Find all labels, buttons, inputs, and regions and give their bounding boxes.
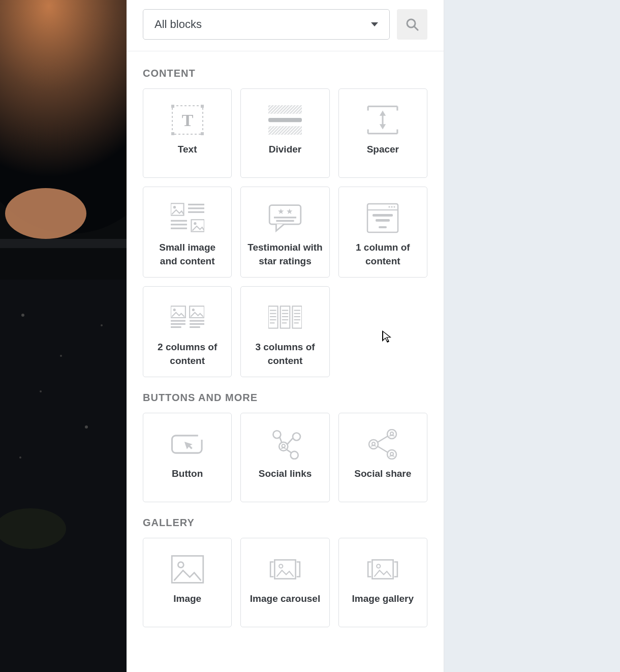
social-share-icon xyxy=(366,424,399,464)
block-card-label: Image xyxy=(173,592,201,606)
block-card-label: Divider xyxy=(269,143,301,157)
panel-toolbar: All blocks xyxy=(127,0,444,51)
block-card-testimonial[interactable]: Testimonial with star ratings xyxy=(240,187,329,278)
block-card-label: Spacer xyxy=(367,143,399,157)
svg-point-96 xyxy=(101,324,103,326)
svg-point-99 xyxy=(19,456,21,459)
block-card-label: Social links xyxy=(259,467,312,481)
svg-rect-93 xyxy=(0,280,127,672)
svg-point-97 xyxy=(40,390,42,392)
section-header: CONTENT xyxy=(143,68,427,79)
col3-icon xyxy=(268,298,302,338)
col2-icon xyxy=(171,298,204,338)
block-card-button[interactable]: Button xyxy=(143,413,232,502)
block-grid: ImageImage carouselImage gallery xyxy=(143,538,427,627)
block-card-small-image-content[interactable]: Small image and content xyxy=(143,187,232,278)
canvas-background-image xyxy=(0,0,127,672)
block-card-col2[interactable]: 2 columns of content xyxy=(143,286,232,377)
search-button[interactable] xyxy=(397,9,427,40)
block-card-label: 3 columns of content xyxy=(247,341,323,368)
block-card-label: 1 column of content xyxy=(345,241,421,268)
svg-point-90 xyxy=(5,188,86,239)
caret-down-icon xyxy=(371,22,378,26)
section-header: BUTTONS AND MORE xyxy=(143,392,427,404)
svg-rect-91 xyxy=(0,239,127,248)
svg-point-98 xyxy=(85,425,88,429)
image-icon xyxy=(171,549,204,589)
block-card-label: Image gallery xyxy=(352,592,414,606)
blocks-panel: All blocks CONTENTTextDividerSpacerSmall… xyxy=(127,0,444,672)
spacer-icon xyxy=(366,100,399,140)
block-card-gallery[interactable]: Image gallery xyxy=(338,538,427,627)
svg-point-95 xyxy=(60,355,62,357)
text-icon xyxy=(171,100,204,140)
divider-icon xyxy=(268,100,302,140)
block-card-label: Button xyxy=(172,467,203,481)
search-icon xyxy=(406,18,419,31)
gallery-icon xyxy=(366,549,399,589)
social-links-icon xyxy=(268,424,302,464)
block-card-label: Small image and content xyxy=(149,241,225,268)
block-card-social-links[interactable]: Social links xyxy=(240,413,329,502)
block-card-label: Text xyxy=(178,143,197,157)
testimonial-icon xyxy=(268,198,302,238)
block-card-col1[interactable]: 1 column of content xyxy=(338,187,427,278)
block-card-text[interactable]: Text xyxy=(143,88,232,178)
block-card-social-share[interactable]: Social share xyxy=(338,413,427,502)
block-card-label: Image carousel xyxy=(250,592,320,606)
section-header: GALLERY xyxy=(143,517,427,529)
button-icon xyxy=(171,424,204,464)
block-card-carousel[interactable]: Image carousel xyxy=(240,538,329,627)
small-image-content-icon xyxy=(171,198,204,238)
block-card-label: Testimonial with star ratings xyxy=(247,241,323,268)
block-card-divider[interactable]: Divider xyxy=(240,88,329,178)
svg-point-94 xyxy=(21,314,24,317)
block-card-col3[interactable]: 3 columns of content xyxy=(240,286,329,377)
carousel-icon xyxy=(268,549,302,589)
block-card-image[interactable]: Image xyxy=(143,538,232,627)
block-card-spacer[interactable]: Spacer xyxy=(338,88,427,178)
block-grid: TextDividerSpacerSmall image and content… xyxy=(143,88,427,377)
col1-icon xyxy=(366,198,399,238)
right-gutter xyxy=(444,0,620,672)
block-grid: ButtonSocial linksSocial share xyxy=(143,413,427,502)
block-filter-value: All blocks xyxy=(154,18,371,31)
block-card-label: 2 columns of content xyxy=(149,341,225,368)
block-filter-select[interactable]: All blocks xyxy=(143,9,390,40)
blocks-scroll-area: CONTENTTextDividerSpacerSmall image and … xyxy=(127,51,444,642)
block-card-label: Social share xyxy=(354,467,411,481)
